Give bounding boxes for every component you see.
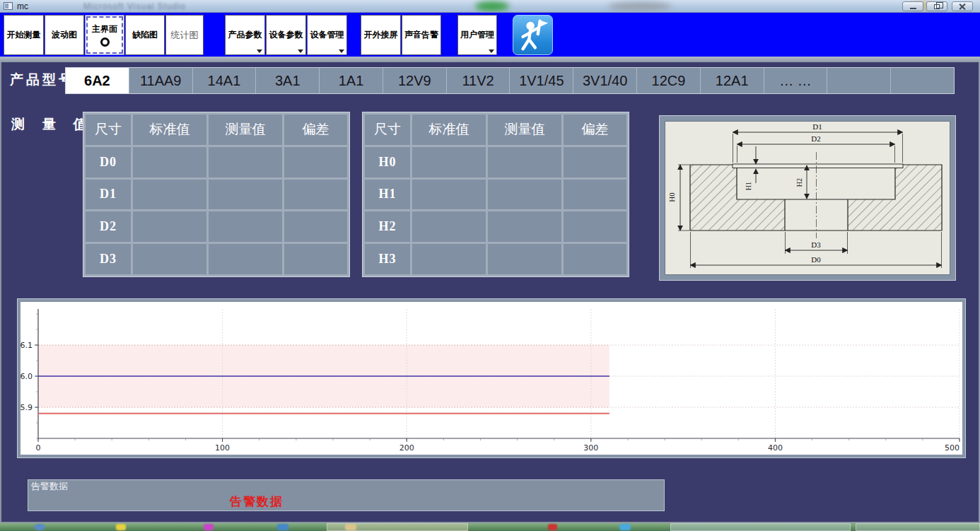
product-tab-more[interactable]: … … <box>764 68 828 93</box>
button-label: 设备参数 <box>269 29 303 41</box>
column-header: 尺寸 <box>365 115 410 145</box>
window-app-icon <box>4 2 13 10</box>
sound-alarm-button[interactable]: 声音告警 <box>402 15 441 55</box>
minimize-button[interactable] <box>902 1 923 11</box>
product-tab[interactable]: 12C9 <box>637 68 701 93</box>
product-tab[interactable]: 11V2 <box>447 68 511 93</box>
taskbar-icon[interactable] <box>548 524 557 530</box>
dim-label-h1: H1 <box>745 182 752 190</box>
row-label: D2 <box>86 211 131 242</box>
restore-icon <box>934 4 940 9</box>
button-label: 开始测量 <box>7 29 41 41</box>
table-cell <box>209 244 282 274</box>
window-title: mc <box>17 1 28 11</box>
dim-label-d1: D1 <box>812 122 822 131</box>
chevron-down-icon <box>298 49 303 53</box>
table-cell <box>209 180 282 210</box>
column-header: 尺寸 <box>86 115 131 145</box>
dim-label-d0: D0 <box>811 255 821 264</box>
main-screen-button[interactable]: 主界面 <box>85 15 124 55</box>
row-label: H3 <box>365 244 410 274</box>
row-label: H2 <box>365 211 410 242</box>
table-cell <box>564 244 626 274</box>
product-tab[interactable]: 14A1 <box>193 68 257 93</box>
main-area: 产品型号 6A2 11AA9 14A1 3A1 1A1 12V9 11V2 1V… <box>0 62 980 523</box>
taskbar-icon[interactable] <box>204 524 214 530</box>
product-tab[interactable]: 12A1 <box>701 68 764 93</box>
button-label: 声音告警 <box>404 29 438 41</box>
dim-label-h2: H2 <box>795 178 803 187</box>
wave-chart-button[interactable]: 波动图 <box>45 15 84 55</box>
start-measure-button[interactable]: 开始测量 <box>4 15 44 55</box>
alarm-data-group: 告警数据 告警数据 <box>28 479 665 511</box>
run-button[interactable] <box>513 15 553 55</box>
background-blob <box>475 1 509 11</box>
svg-text:0: 0 <box>36 443 41 453</box>
table-cell <box>133 211 206 242</box>
row-label: H0 <box>365 147 410 177</box>
taskbar[interactable] <box>0 523 980 531</box>
product-tab[interactable]: 6A2 <box>66 68 129 93</box>
start-orb-icon[interactable] <box>34 524 45 530</box>
table-cell <box>412 244 486 274</box>
taskbar-icon[interactable] <box>116 524 126 530</box>
svg-text:5.9: 5.9 <box>21 403 33 412</box>
product-tab-empty[interactable] <box>827 68 891 93</box>
product-tab[interactable]: 11AA9 <box>129 68 193 93</box>
table-cell <box>133 180 206 210</box>
table-cell <box>412 147 486 177</box>
table-cell <box>284 180 347 210</box>
taskbar-window-button[interactable] <box>327 523 468 531</box>
record-circle-icon <box>100 37 110 47</box>
button-label: 用户管理 <box>460 29 494 41</box>
product-tab[interactable]: 3V1/40 <box>573 68 637 93</box>
svg-text:400: 400 <box>768 443 783 453</box>
button-label: 缺陷图 <box>132 29 158 41</box>
chevron-down-icon <box>489 49 494 53</box>
close-icon <box>959 3 966 10</box>
table-cell <box>488 180 561 210</box>
svg-text:6.0: 6.0 <box>21 372 33 381</box>
product-tab[interactable]: 1A1 <box>320 68 383 93</box>
table-cell <box>488 244 561 274</box>
device-manage-button[interactable]: 设备管理 <box>307 15 347 55</box>
column-header: 测量值 <box>488 115 561 145</box>
column-header: 标准值 <box>412 115 486 145</box>
minimize-icon <box>910 8 916 9</box>
product-tab[interactable]: 1V1/45 <box>510 68 573 93</box>
defect-chart-button[interactable]: 缺陷图 <box>125 15 165 55</box>
button-label: 主界面 <box>92 23 117 35</box>
product-tab[interactable]: 12V9 <box>383 68 447 93</box>
table-cell <box>284 147 347 177</box>
taskbar-icon[interactable] <box>277 524 288 530</box>
statistics-chart-button[interactable]: 统计图 <box>165 15 204 55</box>
background-window-ghost-text: Microsoft Visual Studio <box>83 1 186 11</box>
user-manage-button[interactable]: 用户管理 <box>457 15 497 55</box>
product-params-button[interactable]: 产品参数 <box>225 15 265 55</box>
person-with-flag-icon <box>513 16 552 54</box>
background-blob <box>608 2 672 11</box>
product-tab[interactable]: 3A1 <box>256 68 320 93</box>
close-button[interactable] <box>952 1 973 11</box>
row-label: D0 <box>86 147 131 177</box>
taskbar-window-button[interactable] <box>670 523 851 531</box>
table-cell <box>209 147 282 177</box>
svg-text:200: 200 <box>399 443 414 453</box>
row-label: D1 <box>86 180 131 210</box>
product-tab-empty[interactable] <box>891 68 954 93</box>
table-cell <box>488 211 561 242</box>
tolerance-trend-chart: 5.96.06.10100200300400500 <box>21 302 962 455</box>
button-label: 统计图 <box>171 29 199 42</box>
dim-label-d3: D3 <box>811 240 821 249</box>
external-screen-button[interactable]: 开外接屏 <box>361 15 401 55</box>
table-cell <box>133 147 206 177</box>
button-label: 波动图 <box>52 29 77 41</box>
dim-label-d2: D2 <box>811 134 820 143</box>
restore-button[interactable] <box>926 1 947 11</box>
svg-text:100: 100 <box>215 443 230 453</box>
taskbar-icon[interactable] <box>619 524 631 530</box>
device-params-button[interactable]: 设备参数 <box>266 15 306 55</box>
table-cell <box>284 244 347 274</box>
taskbar-window-button[interactable] <box>856 523 980 531</box>
table-cell <box>209 211 282 242</box>
